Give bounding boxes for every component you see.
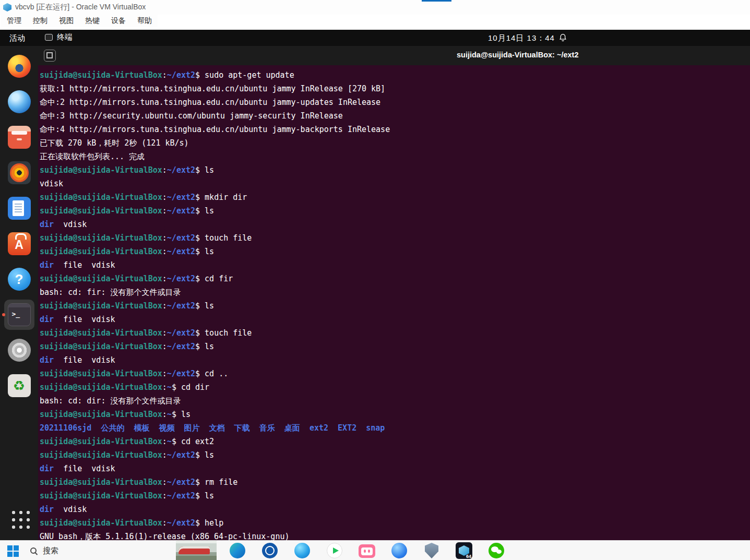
notification-bell-icon[interactable]	[558, 33, 567, 44]
browser-app-taskbar-button[interactable]	[286, 541, 318, 560]
trash-icon	[8, 374, 31, 397]
top-blue-strip	[422, 0, 451, 2]
start-button[interactable]	[0, 541, 25, 560]
rhythmbox-dock-item[interactable]	[4, 158, 34, 188]
terminal-line: 命中:2 http://mirrors.tuna.tsinghua.edu.cn…	[40, 96, 747, 109]
focused-app-indicator[interactable]: 终端	[45, 32, 73, 42]
terminal-line: suijida@suijida-VirtualBox:~/ext2$ help	[40, 516, 747, 530]
terminal-line: suijida@suijida-VirtualBox:~/ext2$ cd fi…	[40, 272, 747, 285]
terminal-line: dir vdisk	[40, 503, 747, 516]
writer-dock-item[interactable]	[4, 193, 34, 223]
terminal-icon	[8, 303, 31, 326]
terminal-line: suijida@suijida-VirtualBox:~/ext2$ ls	[40, 340, 747, 353]
trash-dock-item[interactable]	[4, 371, 34, 401]
search-label: 搜索	[43, 546, 58, 556]
cabinet-dock-item[interactable]	[4, 122, 34, 152]
terminal-line: vdisk	[40, 177, 747, 190]
screen: vbcvb [正在运行] - Oracle VM VirtualBox 管理控制…	[0, 0, 750, 560]
terminal-line: 正在读取软件包列表... 完成	[40, 150, 747, 163]
disc-icon	[8, 339, 31, 362]
windows-logo-icon	[7, 545, 13, 551]
terminal-line: suijida@suijida-VirtualBox:~/ext2$ ls	[40, 489, 747, 503]
menu-item-4[interactable]: 设备	[105, 16, 132, 26]
app-grid-icon	[8, 507, 30, 529]
terminal-line: suijida@suijida-VirtualBox:~/ext2$ sudo …	[40, 68, 747, 82]
software-dock-item[interactable]	[4, 229, 34, 259]
globe-dock-item[interactable]	[4, 87, 34, 117]
taskbar-search[interactable]: 搜索	[30, 541, 58, 560]
video-play-taskbar-button[interactable]	[318, 541, 351, 560]
terminal-title: suijida@suijida-VirtualBox: ~/ext2	[457, 51, 578, 59]
firefox-icon	[8, 55, 31, 78]
rhythmbox-icon	[8, 161, 31, 184]
terminal-line: suijida@suijida-VirtualBox:~/ext2$ ls	[40, 299, 747, 313]
software-icon	[8, 232, 31, 255]
terminal-line: suijida@suijida-VirtualBox:~$ ls	[40, 408, 747, 421]
terminal-line: bash: cd: dir: 没有那个文件或目录	[40, 394, 747, 408]
terminal-line: dir file vdisk	[40, 313, 747, 326]
messenger-app-icon	[391, 543, 407, 558]
wechat-icon	[489, 543, 504, 558]
terminal-mini-icon	[45, 34, 53, 41]
menu-item-2[interactable]: 视图	[53, 16, 79, 26]
terminal-line: suijida@suijida-VirtualBox:~/ext2$ ls	[40, 448, 747, 462]
terminal-line: GNU bash，版本 5.1.16(1)-release (x86_64-pc…	[40, 530, 747, 540]
terminal-line: suijida@suijida-VirtualBox:~/ext2$ ls	[40, 163, 747, 177]
terminal-line: suijida@suijida-VirtualBox:~/ext2$ rm fi…	[40, 475, 747, 489]
activities-button[interactable]: 活动	[9, 33, 25, 43]
vbox-titlebar: vbcvb [正在运行] - Oracle VM VirtualBox	[0, 0, 750, 15]
terminal-line: 已下载 270 kB，耗时 2秒 (121 kB/s)	[40, 136, 747, 150]
edge-taskbar-button[interactable]	[221, 541, 254, 560]
terminal-line: 命中:3 http://security.ubuntu.com/ubuntu j…	[40, 109, 747, 123]
clock[interactable]: 10月14日 13：44	[488, 33, 555, 43]
focused-app-name: 终端	[57, 32, 73, 42]
terminal-line: suijida@suijida-VirtualBox:~/ext2$ ls	[40, 204, 747, 218]
terminal-line: dir file vdisk	[40, 353, 747, 367]
terminal-headerbar[interactable]: suijida@suijida-VirtualBox: ~/ext2	[38, 46, 750, 65]
menu-item-3[interactable]: 热键	[79, 16, 105, 26]
terminal-line: suijida@suijida-VirtualBox:~$ cd dir	[40, 380, 747, 394]
help-dock-item[interactable]	[4, 264, 34, 294]
menu-item-1[interactable]: 控制	[27, 16, 53, 26]
window-title: vbcvb [正在运行] - Oracle VM VirtualBox	[15, 3, 146, 12]
terminal-line: suijida@suijida-VirtualBox:~/ext2$ ls	[40, 245, 747, 258]
terminal-line: dir file vdisk	[40, 258, 747, 272]
virtualbox-vm-icon: 64	[456, 542, 472, 559]
terminal-line: dir vdisk	[40, 218, 747, 231]
virtualbox-vm-taskbar-button[interactable]: 64	[448, 541, 480, 560]
edge-icon	[230, 543, 245, 558]
taskbar-icons: 64	[221, 541, 513, 560]
bilibili-taskbar-button[interactable]	[351, 541, 383, 560]
ubuntu-dock	[0, 46, 38, 540]
running-indicator-dot	[2, 313, 5, 316]
messenger-app-taskbar-button[interactable]	[383, 541, 415, 560]
music-app-taskbar-button[interactable]	[254, 541, 286, 560]
menu-item-0[interactable]: 管理	[1, 16, 27, 26]
cabinet-icon	[8, 126, 31, 149]
terminal-line: 获取:1 http://mirrors.tuna.tsinghua.edu.cn…	[40, 82, 747, 96]
help-icon	[8, 268, 31, 291]
news-widget-thumbnail[interactable]	[176, 541, 217, 560]
app-grid-dock-item[interactable]	[4, 503, 34, 533]
security-shield-taskbar-button[interactable]	[415, 541, 448, 560]
terminal-line: dir file vdisk	[40, 462, 747, 475]
globe-icon	[8, 90, 31, 113]
terminal-line: 20211106sjd 公共的 模板 视频 图片 文档 下载 音乐 桌面 ext…	[40, 421, 747, 435]
disc-dock-item[interactable]	[4, 335, 34, 365]
terminal-window: suijida@suijida-VirtualBox: ~/ext2 suiji…	[38, 46, 750, 540]
wechat-taskbar-button[interactable]	[480, 541, 513, 560]
firefox-dock-item[interactable]	[4, 51, 34, 81]
windows-taskbar: 搜索 64	[0, 540, 750, 560]
terminal-line: suijida@suijida-VirtualBox:~/ext2$ touch…	[40, 326, 747, 340]
terminal-new-tab-button[interactable]	[44, 50, 56, 62]
terminal-line: bash: cd: fir: 没有那个文件或目录	[40, 285, 747, 299]
writer-icon	[8, 197, 31, 220]
video-play-icon	[327, 543, 342, 558]
menu-item-5[interactable]: 帮助	[132, 16, 158, 26]
terminal-dock-item[interactable]	[4, 300, 34, 330]
virtualbox-logo-icon	[3, 3, 11, 11]
terminal-line: suijida@suijida-VirtualBox:~/ext2$ touch…	[40, 231, 747, 245]
security-shield-icon	[425, 543, 438, 558]
ubuntu-topbar: 活动 终端 10月14日 13：44	[0, 30, 750, 46]
terminal-body[interactable]: suijida@suijida-VirtualBox:~/ext2$ sudo …	[38, 65, 750, 540]
